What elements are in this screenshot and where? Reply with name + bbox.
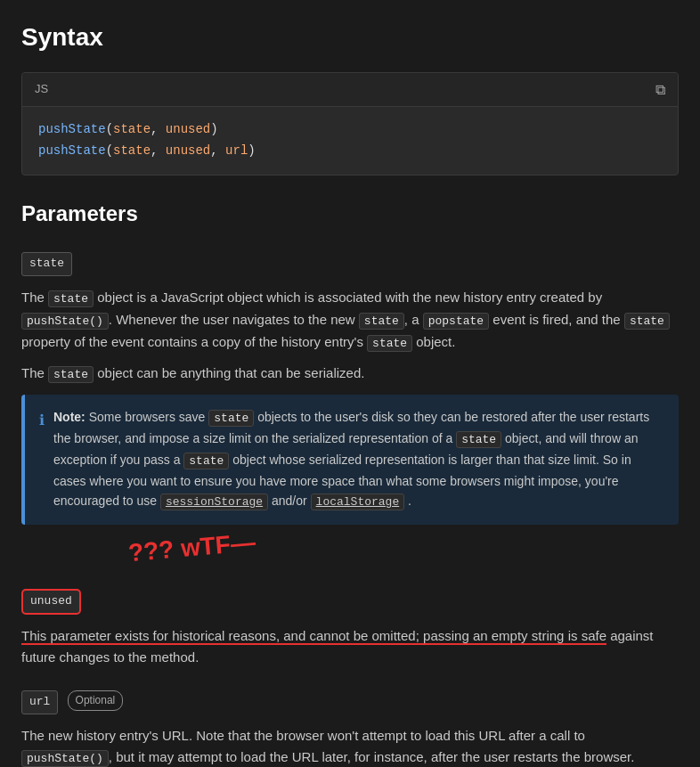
url-param-tag: url xyxy=(21,690,58,714)
page-title: Syntax xyxy=(21,18,679,58)
code-block-header: JS ⧉ xyxy=(22,73,678,108)
code-fn-name-2: pushState xyxy=(38,143,106,158)
state-code-note-2: state xyxy=(456,431,501,448)
url-param-section: url Optional The new history entry's URL… xyxy=(21,689,679,767)
state-code-note: state xyxy=(208,410,254,427)
state-code-note-3: state xyxy=(183,453,229,469)
state-description-1: The state object is a JavaScript object … xyxy=(21,287,679,353)
url-description: The new history entry's URL. Note that t… xyxy=(21,725,679,767)
unused-param-tag: unused xyxy=(21,589,81,615)
state-code-4: state xyxy=(367,335,412,352)
optional-badge: Optional xyxy=(68,690,124,711)
note-box: ℹ Note: Some browsers save state objects… xyxy=(21,395,679,525)
pushstate-code-1: pushState() xyxy=(21,313,109,330)
state-param-section: state The state object is a JavaScript o… xyxy=(21,245,679,525)
code-line-2: pushState(state, unused, url) xyxy=(38,141,662,162)
url-param-tag-row: url Optional xyxy=(21,689,679,714)
unused-param-section: ??? wTF— unused This parameter exists fo… xyxy=(21,546,679,668)
state-code-3: state xyxy=(624,313,670,330)
copy-icon[interactable]: ⧉ xyxy=(655,78,665,102)
code-block-body: pushState(state, unused) pushState(state… xyxy=(22,107,678,175)
state-code-2: state xyxy=(359,313,404,330)
state-code-inline: state xyxy=(48,290,94,307)
localstorage-link[interactable]: localStorage xyxy=(311,494,405,510)
code-block: JS ⧉ pushState(state, unused) pushState(… xyxy=(21,72,679,175)
note-bold: Note: xyxy=(53,410,85,424)
note-content: Note: Some browsers save state objects t… xyxy=(53,407,664,512)
code-fn-name: pushState xyxy=(38,122,106,136)
unused-description-highlighted: This parameter exists for historical rea… xyxy=(21,628,606,645)
popstate-code: popstate xyxy=(423,313,489,330)
code-line-1: pushState(state, unused) xyxy=(38,119,662,141)
sessionstorage-link[interactable]: sessionStorage xyxy=(160,494,268,510)
state-param-tag: state xyxy=(21,252,72,276)
handwritten-annotation: ??? wTF— xyxy=(126,523,256,574)
code-language-label: JS xyxy=(35,80,48,99)
state-description-2: The state object can be anything that ca… xyxy=(21,363,679,385)
unused-description: This parameter exists for historical rea… xyxy=(21,625,679,668)
state-code-5: state xyxy=(48,366,94,383)
pushstate-code-url: pushState() xyxy=(21,750,109,767)
info-icon: ℹ xyxy=(39,409,45,512)
parameters-heading: Parameters xyxy=(21,197,679,231)
